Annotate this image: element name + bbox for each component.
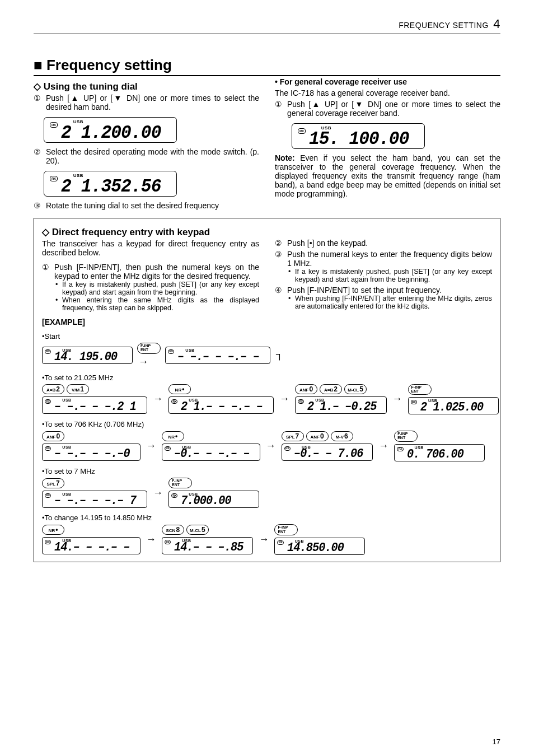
row-label-4: •To change 14.195 to 14.850 MHz: [42, 514, 492, 522]
chapter-number: 4: [493, 17, 500, 31]
direct-intro: The transceiver has a keypad for direct …: [42, 239, 259, 257]
direct-step-3-note: If a key is mistakenly pushed, push [SET…: [287, 268, 492, 283]
key-1: V/M1: [67, 384, 89, 394]
manual-page: FREQUENCY SETTING 4 ■ Frequency setting …: [0, 0, 534, 756]
gencov-note: Note: Even if you select the ham band, y…: [275, 153, 500, 198]
row-label-2: •To set to 706 KHz (0.706 MHz): [42, 420, 492, 428]
section-title: ■ Frequency setting: [34, 57, 500, 76]
page-number: 17: [493, 738, 500, 746]
direct-step-3: ③Push the numeral keys to enter the freq…: [275, 250, 492, 283]
tuning-step-3: ③Rotate the tuning dial to set the desir…: [34, 201, 259, 210]
arrow-right-icon: →: [257, 534, 270, 545]
header-rule: [34, 34, 500, 34]
direct-step-4: ④Push [F-INP/ENT] to set the input frequ…: [275, 286, 492, 310]
left-column: Using the tuning dial ①Push [▲ UP] or [▼…: [34, 77, 259, 212]
direct-step-1-note2: When entering the same MHz digits as the…: [54, 296, 259, 312]
lcd-display-1: RX USB 2 1.200.00: [44, 117, 177, 143]
row-label-start: •Start: [42, 332, 492, 340]
lcd-mini: RXUSB– –.– – –.–0: [42, 444, 140, 461]
key-finp-ent: F-INPENT: [394, 431, 418, 442]
lcd1-freq: 2 1.200.00: [61, 123, 161, 142]
lcd-mini: RXUSB2 1.– – –.– –: [168, 396, 274, 414]
example-label: [EXAMPLE]: [42, 318, 492, 326]
key-5: M-CL5: [344, 384, 367, 394]
key-finp-ent: F-INPENT: [168, 478, 192, 489]
right-lead-bold: • For general coverage receiver use: [275, 77, 500, 86]
arrow-right-icon: →: [145, 440, 157, 452]
running-header: FREQUENCY SETTING 4: [34, 17, 500, 31]
row-label-1: •To set to 21.025 MHz: [42, 374, 492, 382]
lcd-mini: RXUSB14.850.00: [274, 538, 365, 555]
key-8: SCN8: [162, 525, 184, 535]
arrow-right-icon: →: [145, 534, 157, 545]
arrow-bend-icon: ┐: [275, 348, 284, 360]
direct-step-1: ①Push [F-INP/ENT], then push the numeral…: [42, 263, 259, 312]
rx-badge: RX: [50, 122, 58, 128]
example-row-2: ANF0 RXUSB– –.– – –.–0 → NR• RXUSB–0.– –…: [42, 431, 492, 461]
direct-entry-box: Direct frequency entry with keypad The t…: [34, 218, 500, 562]
key-5: M-CL5: [186, 525, 209, 535]
arrow-right-icon: →: [377, 440, 390, 452]
key-dot: NR•: [168, 384, 191, 394]
arrow-right-icon: →: [265, 440, 277, 452]
example-row-start: RXUSB14. 195.00 F-INPENT→ RXUSB– –.– – –…: [42, 343, 492, 368]
tuning-step-2: ②Select the desired operating mode with …: [34, 147, 259, 165]
rx-badge: RX: [50, 176, 58, 181]
lcd-display-gencov: RX USB 15. 100.00: [292, 123, 425, 149]
arrow-right-icon: →: [278, 393, 291, 405]
lcd-mini: RXUSB– –.– – –.2 1: [42, 396, 147, 414]
lcd-mini: RXUSB14.– – –.85: [162, 537, 254, 554]
key-2: A=B2: [320, 384, 342, 394]
key-2: A=B2: [42, 384, 64, 394]
direct-step-2: ②Push [•] on the keypad.: [275, 239, 492, 248]
example-row-4: NR• RXUSB14.– – –.– – → SCN8 M-CL5 RXUSB…: [42, 524, 492, 555]
key-6: M-V6: [331, 431, 353, 441]
key-7: SPL7: [42, 478, 64, 488]
subhead-tuning-dial: Using the tuning dial: [34, 81, 259, 92]
right-column: • For general coverage receiver use The …: [275, 77, 500, 212]
rx-badge: RX: [298, 128, 306, 134]
key-0: ANF0: [295, 384, 317, 394]
lcd-mini: RXUSB– –.– – –.– –: [165, 347, 270, 364]
lcd2-freq: 2 1.352.56: [61, 177, 161, 196]
lcd-mini: RXUSB– –.– – –.– 7: [42, 491, 147, 508]
top-columns: Using the tuning dial ①Push [▲ UP] or [▼…: [34, 77, 500, 212]
lcd-mini: RXUSB–0.– – –.– –: [162, 444, 260, 461]
lcd-mini: RXUSB2 1.025.00: [408, 397, 499, 414]
lcd-mini: RXUSB14. 195.00: [42, 347, 133, 364]
row-label-3: •To set to 7 MHz: [42, 467, 492, 475]
key-dot: NR•: [42, 525, 64, 535]
header-title: FREQUENCY SETTING: [399, 21, 489, 30]
arrow-right-icon: →: [152, 393, 164, 405]
lcd-mini: RXUSB14.– – –.– –: [42, 537, 140, 554]
example-row-3: SPL7 RXUSB– –.– – –.– 7 → F-INPENT RXUSB…: [42, 478, 492, 508]
key-finp-ent: F-INPENT: [408, 384, 432, 395]
gencov-step-1: ①Push [▲ UP] or [▼ DN] one or more times…: [275, 100, 500, 118]
tuning-step-1: ①Push [▲ UP] or [▼ DN] one or more times…: [34, 94, 259, 111]
arrow-right-icon: →: [391, 393, 404, 405]
key-finp-ent: F-INPENT: [274, 524, 298, 535]
right-lead-text: The IC-718 has a general coverage receiv…: [275, 88, 500, 97]
key-dot: NR•: [162, 431, 184, 441]
lcd-mini: RXUSB0. 706.00: [394, 444, 485, 461]
lcd-gencov-freq: 15. 100.00: [309, 129, 409, 148]
lcd-mini: RXUSB7.000.00: [168, 491, 259, 508]
direct-step-1-note1: If a key is mistakenly pushed, push [SET…: [54, 281, 259, 296]
key-7: SPL7: [282, 431, 304, 441]
subhead-direct-entry: Direct frequency entry with keypad: [42, 226, 259, 238]
key-0: ANF0: [306, 431, 329, 441]
key-0: ANF0: [42, 431, 64, 441]
example-row-1: A=B2 V/M1 RXUSB– –.– – –.2 1 → NR• RXUSB…: [42, 384, 492, 415]
direct-step-4-note: When pushing [F-INP/ENT] after entering …: [287, 295, 492, 310]
arrow-right-icon: →: [137, 356, 161, 368]
lcd-display-2: RX USB 2 1.352.56: [44, 171, 177, 197]
lcd-mini: RXUSB2 1.– –0.25: [295, 396, 387, 414]
lcd-mini: RXUSB–0.– – 7.06: [282, 444, 373, 461]
arrow-right-icon: →: [152, 487, 164, 499]
key-finp-ent: F-INPENT: [137, 343, 161, 354]
